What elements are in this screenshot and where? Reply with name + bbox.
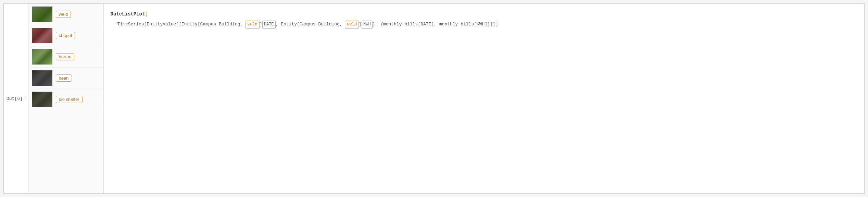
sidebar-item-weld[interactable]: weld [28,4,103,25]
entity-bracket-open-2: [ [297,22,300,27]
building-label-bean[interactable]: bean [56,74,72,82]
sidebar-item-barton[interactable]: barton [28,46,103,68]
kwh-text-2: KWH [477,22,485,27]
close-bracket-main: ] [495,21,498,27]
comma-2: , [375,22,380,27]
curly-open-2: { [380,22,383,27]
kwh-box-1: KWH [362,21,373,29]
sidebar-item-bean[interactable]: bean [28,68,103,89]
comma-3: , monthly bills [434,22,474,27]
date-box-1: DATE [262,21,276,29]
building-label-weld[interactable]: weld [56,11,71,18]
comma-1: , [276,22,281,27]
building-label-chapel[interactable]: chapel [56,32,75,39]
entity-bracket-open-1: [ [198,22,200,27]
code-output: DateListPlot[ TimeSeries[EntityValue[{En… [104,4,864,193]
thumbnail-barton [32,49,52,65]
weld-box-2[interactable]: weld [345,21,359,29]
thumbnail-bean [32,70,52,86]
out-label: Out[6]= [7,96,25,101]
sidebar-item-chapel[interactable]: chapel [28,25,103,46]
mb-bracket-close-1: ] [431,22,434,27]
thumbnail-chapel [32,28,52,43]
sidebar-item-bioshelter[interactable]: bio shelter [28,89,103,110]
campus-building-text-2: Campus Building, [300,22,345,27]
datelistplot-func: DateListPlot [111,11,145,17]
code-line-2: TimeSeries[EntityValue[{Entity[Campus Bu… [117,20,857,29]
building-label-bioshelter[interactable]: bio shelter [56,96,83,103]
campus-building-text-1: Campus Building, [200,22,246,27]
entityvalue-text: EntityValue [147,22,176,27]
ev-bracket-open: [ [176,22,179,27]
thumbnail-bioshelter [32,92,52,107]
monthly-bills-date-text: monthly bills [383,22,418,27]
mb-bracket-open-2: [ [474,22,477,27]
building-label-barton[interactable]: barton [56,53,75,60]
entity-bracket-close-2: ] [359,22,362,27]
ev-bracket-close: ] [490,22,493,27]
curly-open-1: { [179,22,181,27]
open-bracket: [ [145,11,148,17]
code-line-1: DateListPlot[ [111,10,857,19]
date-text-2: DATE [420,22,431,27]
mb-bracket-open-1: [ [418,22,420,27]
ts-bracket-close: ] [493,22,495,27]
entity-bracket-close-1: ] [260,22,262,27]
building-list: weld chapel barton bean bio shelter [28,4,104,193]
timeseries-text: TimeSeries [117,22,144,27]
cell-label: Out[6]= [4,4,28,193]
notebook-cell: Out[6]= weld chapel barton bean bio shel… [3,3,865,194]
curly-close-2: } [487,22,490,27]
entity-text-2: Entity [281,22,297,27]
weld-box-1[interactable]: weld [246,21,260,29]
entity-text-1: Entity [181,22,198,27]
thumbnail-weld [32,7,52,22]
